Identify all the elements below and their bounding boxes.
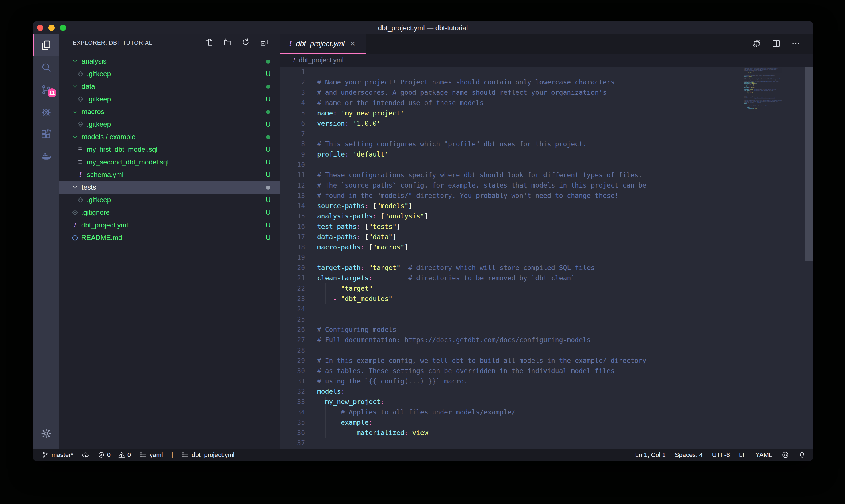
code-line-36[interactable]: 36 materialized: view xyxy=(280,428,813,438)
code-line-13[interactable]: 13# found in the "models/" directory. Yo… xyxy=(280,191,813,201)
collapse-folders-icon[interactable] xyxy=(260,38,268,48)
more-actions-icon[interactable] xyxy=(791,39,800,49)
code-line-25[interactable]: 25 xyxy=(280,314,813,324)
activity-extensions-icon[interactable] xyxy=(33,123,59,145)
tree-item-my-second-dbt-model-sql[interactable]: my_second_dbt_model.sqlU xyxy=(59,156,280,168)
status-eol[interactable]: LF xyxy=(739,451,747,459)
code-line-2[interactable]: 2# Name your project! Project names shou… xyxy=(280,77,813,87)
code-line-35[interactable]: 35 example: xyxy=(280,417,813,428)
tree-item-macros[interactable]: macros xyxy=(59,105,280,118)
code-line-37[interactable]: 37 xyxy=(280,438,813,448)
code-line-27[interactable]: 27# Full documentation: https://docs.get… xyxy=(280,335,813,345)
code-line-11[interactable]: 11# These configurations specify where d… xyxy=(280,170,813,180)
activity-source-control-icon[interactable]: 11 xyxy=(33,78,59,101)
code-line-14[interactable]: 14source-paths: ["models"] xyxy=(280,201,813,211)
minimap[interactable]: # Name your project! Project names shoul… xyxy=(744,67,806,449)
breadcrumb-file-label[interactable]: dbt_project.yml xyxy=(299,56,343,64)
status-indentation[interactable]: Spaces: 4 xyxy=(675,451,703,459)
code-line-10[interactable]: 10 xyxy=(280,160,813,170)
code-line-7[interactable]: 7 xyxy=(280,129,813,139)
activity-search-icon[interactable] xyxy=(33,56,59,78)
indent-guide xyxy=(325,283,326,304)
git-branch-status[interactable]: master* xyxy=(41,451,73,459)
docs-link[interactable]: https://docs.getdbt.com/docs/configuring… xyxy=(404,336,591,344)
activity-debug-icon[interactable] xyxy=(33,101,59,123)
code-line-28[interactable]: 28 xyxy=(280,345,813,355)
code-line-24[interactable]: 24 xyxy=(280,304,813,314)
code-editor[interactable]: 12# Name your project! Project names sho… xyxy=(280,67,813,449)
untracked-badge: U xyxy=(264,196,272,204)
tree-item-dbt-project-yml[interactable]: !dbt_project.ymlU xyxy=(59,219,280,231)
code-line-6[interactable]: 6version: '1.0.0' xyxy=(280,118,813,129)
tree-item--gitignore[interactable]: .gitignoreU xyxy=(59,206,280,219)
tree-item--gitkeep[interactable]: .gitkeepU xyxy=(59,93,280,105)
yaml-schema-language[interactable]: yaml xyxy=(140,451,163,459)
code-line-32[interactable]: 32models: xyxy=(280,386,813,397)
tree-item-models-example[interactable]: models / example xyxy=(59,130,280,143)
breadcrumb[interactable]: ! dbt_project.yml xyxy=(280,54,813,67)
line-number: 8 xyxy=(280,139,305,149)
code-line-29[interactable]: 29# In this example config, we tell dbt … xyxy=(280,355,813,366)
line-number: 23 xyxy=(280,293,305,304)
tab-dbt-project-yml[interactable]: ! dbt_project.yml × xyxy=(280,34,366,54)
tree-item-analysis[interactable]: analysis xyxy=(59,55,280,68)
code-line-30[interactable]: 30# as tables. These settings can be ove… xyxy=(280,366,813,376)
yaml-warning-icon: ! xyxy=(289,39,292,48)
code-line-17[interactable]: 17data-paths: ["data"] xyxy=(280,232,813,242)
code-line-12[interactable]: 12# The `source-paths` config, for examp… xyxy=(280,180,813,191)
problems-status[interactable]: 0 0 xyxy=(98,451,131,459)
code-line-15[interactable]: 15analysis-paths: ["analysis"] xyxy=(280,211,813,221)
activity-explorer-icon[interactable] xyxy=(33,34,59,56)
yaml-schema-file[interactable]: dbt_project.yml xyxy=(182,451,234,459)
tree-item-tests[interactable]: tests xyxy=(59,181,280,194)
code-line-23[interactable]: 23 - "dbt_modules" xyxy=(280,293,813,304)
tree-item-my-first-dbt-model-sql[interactable]: my_first_dbt_model.sqlU xyxy=(59,143,280,156)
tree-item-data[interactable]: data xyxy=(59,80,280,93)
code-line-4[interactable]: 4# name or the intended use of these mod… xyxy=(280,98,813,108)
tree-item--gitkeep[interactable]: .gitkeepU xyxy=(59,118,280,130)
open-changes-icon[interactable] xyxy=(752,39,761,49)
code-line-1[interactable]: 1 xyxy=(280,67,813,77)
settings-gear-icon[interactable] xyxy=(33,422,59,445)
code-line-26[interactable]: 26# Configuring models xyxy=(280,324,813,335)
split-editor-icon[interactable] xyxy=(772,39,781,49)
close-tab-icon[interactable]: × xyxy=(350,39,356,48)
feedback-smiley-icon[interactable] xyxy=(781,451,789,459)
activity-docker-icon[interactable] xyxy=(33,145,59,168)
status-cursor-position[interactable]: Ln 1, Col 1 xyxy=(635,451,665,459)
code-line-31[interactable]: 31# using the `{{ config(...) }}` macro. xyxy=(280,376,813,386)
notifications-bell-icon[interactable] xyxy=(798,451,806,459)
code-line-9[interactable]: 9profile: 'default' xyxy=(280,149,813,160)
sync-changes-button[interactable] xyxy=(82,451,89,458)
tree-item-readme-md[interactable]: README.mdU xyxy=(59,231,280,244)
code-line-8[interactable]: 8# This setting configures which "profil… xyxy=(280,139,813,149)
status-encoding[interactable]: UTF-8 xyxy=(712,451,730,459)
code-line-18[interactable]: 18macro-paths: ["macros"] xyxy=(280,242,813,252)
code-line-20[interactable]: 20target-path: "target" # directory whic… xyxy=(280,263,813,273)
tree-item-label: .gitkeep xyxy=(87,70,111,78)
code-line-22[interactable]: 22 - "target" xyxy=(280,283,813,293)
tree-item--gitkeep[interactable]: .gitkeepU xyxy=(59,68,280,80)
tree-item-schema-yml[interactable]: !schema.ymlU xyxy=(59,168,280,181)
untracked-badge: U xyxy=(264,171,272,179)
code-line-19[interactable]: 19 xyxy=(280,252,813,263)
chevron-down-icon xyxy=(71,108,79,115)
line-number: 37 xyxy=(280,438,305,448)
status-language-mode[interactable]: YAML xyxy=(756,451,772,459)
modified-dot-indicator xyxy=(264,57,272,65)
refresh-explorer-icon[interactable] xyxy=(241,38,250,48)
code-line-34[interactable]: 34 # Applies to all files under models/e… xyxy=(280,407,813,417)
code-line-16[interactable]: 16test-paths: ["tests"] xyxy=(280,221,813,232)
new-file-icon[interactable] xyxy=(205,38,213,48)
code-line-33[interactable]: 33 my_new_project: xyxy=(280,397,813,407)
code-line-21[interactable]: 21clean-targets: # directories to be rem… xyxy=(280,273,813,283)
scrollbar-thumb[interactable] xyxy=(806,67,813,260)
git-file-icon xyxy=(71,209,79,216)
docs-link[interactable]: https://docs.getdbt.com/docs/configuring… xyxy=(754,97,775,98)
tree-item-label: models / example xyxy=(82,133,136,141)
tree-item--gitkeep[interactable]: .gitkeepU xyxy=(59,194,280,206)
code-line-5[interactable]: 5name: 'my_new_project' xyxy=(280,108,813,118)
editor-scrollbar[interactable] xyxy=(806,67,813,449)
code-line-3[interactable]: 3# and underscores. A good package name … xyxy=(280,87,813,98)
new-folder-icon[interactable] xyxy=(223,38,232,48)
